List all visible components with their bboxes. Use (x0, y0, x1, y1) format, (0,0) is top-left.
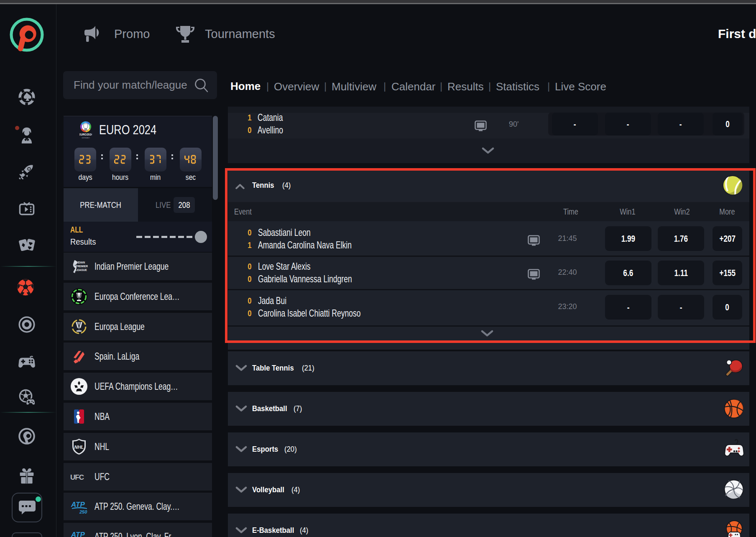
svg-text:NHL: NHL (74, 445, 84, 450)
svg-text:ATP: ATP (71, 531, 85, 537)
svg-text:EURO2024: EURO2024 (79, 133, 92, 136)
svg-text:GERMANY: GERMANY (82, 137, 90, 139)
svg-text:PREMIER: PREMIER (76, 265, 88, 268)
svg-text:UFC: UFC (70, 473, 84, 481)
svg-text:INDIAN: INDIAN (76, 261, 85, 264)
svg-text:LEAGUE: LEAGUE (76, 268, 87, 271)
svg-text:250: 250 (79, 509, 87, 514)
